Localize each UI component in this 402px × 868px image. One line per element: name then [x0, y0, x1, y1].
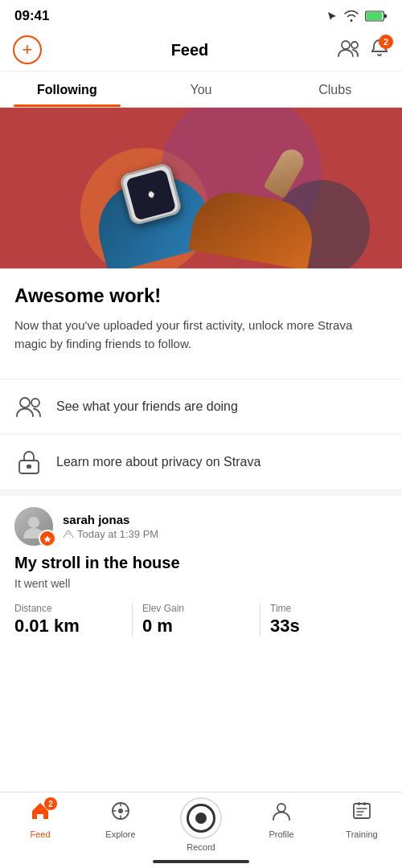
- privacy-label: Learn more about privacy on Strava: [56, 455, 260, 469]
- stat-distance: Distance 0.01 km: [14, 603, 133, 637]
- add-activity-button[interactable]: +: [13, 35, 42, 64]
- find-friends-label: See what your friends are doing: [56, 399, 238, 414]
- stat-time: Time 33s: [270, 603, 388, 637]
- tab-following[interactable]: Following: [0, 72, 134, 107]
- header: + Feed 2: [0, 29, 402, 72]
- hero-image: ⌚: [0, 108, 402, 268]
- stat-distance-label: Distance: [14, 603, 122, 614]
- strava-badge: [39, 530, 56, 547]
- location-icon: [326, 10, 338, 22]
- status-bar: 09:41: [0, 0, 402, 29]
- activity-stats: Distance 0.01 km Elev Gain 0 m Time 33s: [14, 603, 388, 637]
- feed-tabs: Following You Clubs: [0, 72, 402, 108]
- explore-nav-label: Explore: [105, 829, 135, 839]
- nav-item-record[interactable]: Record: [161, 792, 241, 852]
- svg-point-12: [277, 804, 285, 812]
- svg-rect-8: [27, 465, 31, 469]
- stat-elev-value: 0 m: [142, 616, 250, 637]
- svg-rect-2: [367, 12, 383, 20]
- stat-time-value: 33s: [270, 616, 378, 637]
- activity-title: My stroll in the house: [14, 554, 388, 572]
- svg-point-9: [28, 517, 39, 528]
- header-title: Feed: [171, 41, 209, 59]
- profile-nav-label: Profile: [269, 829, 293, 839]
- friends-cta-icon: [14, 392, 43, 421]
- svg-point-3: [342, 41, 350, 49]
- svg-point-11: [118, 809, 123, 813]
- section-divider: [0, 489, 402, 496]
- profile-nav-icon: [271, 800, 292, 826]
- stat-elev-label: Elev Gain: [142, 603, 250, 614]
- training-nav-label: Training: [346, 829, 377, 839]
- stat-time-label: Time: [270, 603, 378, 614]
- privacy-cta[interactable]: Learn more about privacy on Strava: [0, 434, 402, 489]
- battery-icon: [365, 10, 388, 22]
- activity-header: sarah jonas Today at 1:39 PM: [14, 507, 388, 546]
- svg-rect-13: [354, 804, 370, 818]
- record-nav-label: Record: [187, 842, 215, 852]
- nav-item-explore[interactable]: Explore: [80, 792, 161, 852]
- bottom-nav: 2 Feed Explore Record P: [0, 792, 402, 868]
- record-button[interactable]: [180, 797, 222, 839]
- onboarding-body: Now that you've uploaded your first acti…: [14, 317, 388, 353]
- onboarding-content: Awesome work! Now that you've uploaded y…: [0, 268, 402, 379]
- svg-rect-14: [358, 802, 360, 805]
- friends-button[interactable]: [338, 39, 360, 60]
- feed-nav-icon: 2: [30, 800, 51, 826]
- stat-distance-value: 0.01 km: [14, 616, 122, 637]
- svg-rect-1: [384, 14, 387, 18]
- privacy-cta-icon: [14, 448, 43, 477]
- header-actions: 2: [338, 39, 389, 61]
- activity-user-name: sarah jonas: [63, 513, 388, 526]
- status-icons: [326, 10, 388, 22]
- notifications-button[interactable]: 2: [370, 39, 389, 61]
- svg-point-5: [20, 398, 30, 407]
- svg-point-6: [31, 399, 39, 407]
- activity-timestamp: Today at 1:39 PM: [63, 528, 388, 540]
- notification-badge: 2: [379, 35, 393, 49]
- find-friends-cta[interactable]: See what your friends are doing: [0, 379, 402, 434]
- activity-card: sarah jonas Today at 1:39 PM My stroll i…: [0, 496, 402, 648]
- wifi-icon: [344, 10, 359, 22]
- nav-item-feed[interactable]: 2 Feed: [0, 792, 80, 852]
- activity-description: It went well: [14, 577, 388, 590]
- user-avatar: [14, 507, 53, 546]
- activity-meta: sarah jonas Today at 1:39 PM: [63, 513, 388, 540]
- nav-item-profile[interactable]: Profile: [241, 792, 322, 852]
- nav-item-training[interactable]: Training: [322, 792, 402, 852]
- tab-clubs[interactable]: Clubs: [268, 72, 402, 107]
- status-time: 09:41: [14, 8, 49, 24]
- onboarding-heading: Awesome work!: [14, 285, 388, 307]
- feed-nav-label: Feed: [30, 829, 50, 839]
- tab-you[interactable]: You: [134, 72, 269, 107]
- svg-rect-15: [363, 802, 366, 805]
- training-nav-icon: [351, 800, 372, 826]
- explore-nav-icon: [110, 800, 131, 826]
- feed-nav-badge: 2: [44, 797, 57, 810]
- stat-elev: Elev Gain 0 m: [142, 603, 260, 637]
- record-dot: [195, 813, 207, 824]
- svg-point-4: [351, 42, 358, 48]
- home-indicator: [153, 860, 249, 863]
